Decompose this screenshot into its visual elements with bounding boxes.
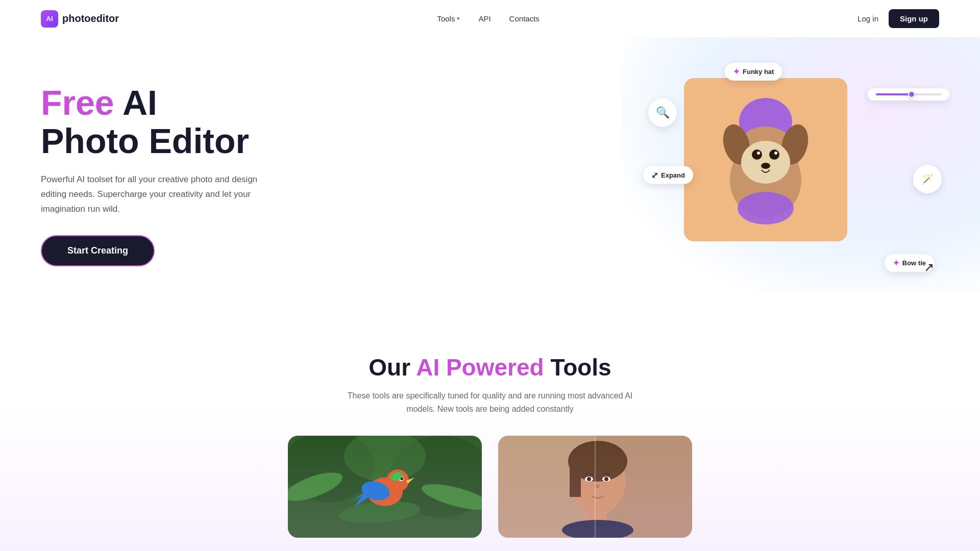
slider-fill (876, 93, 912, 95)
logo-text: photoeditor (62, 13, 119, 24)
tool-card-bird[interactable] (288, 436, 482, 538)
slider-widget[interactable] (868, 88, 949, 101)
portrait-card-illustration (498, 436, 692, 538)
tools-cards-container (41, 436, 939, 538)
svg-point-12 (738, 192, 794, 224)
nav-tools-link[interactable]: Tools ▾ (437, 14, 460, 23)
search-zoom-icon: 🔍 (656, 106, 670, 119)
svg-point-35 (587, 477, 591, 481)
hero-description: Powerful AI toolset for all your creativ… (41, 172, 276, 217)
hero-content: Free AI Photo Editor Powerful AI toolset… (41, 84, 276, 266)
bird-card-illustration (288, 436, 482, 538)
expand-chip: ⤢ Expand (643, 166, 693, 184)
magic-wand-icon: 🪄 (921, 173, 934, 185)
svg-rect-30 (570, 461, 581, 497)
hero-section: Free AI Photo Editor Powerful AI toolset… (0, 37, 980, 323)
funky-hat-chip: ✦ Funky hat (725, 63, 782, 81)
svg-point-10 (774, 152, 777, 155)
nav-api-link[interactable]: API (478, 14, 491, 23)
dropdown-arrow-icon: ▾ (457, 15, 460, 22)
cursor-icon: ↗ (924, 260, 934, 274)
tools-section: Our AI Powered Tools These tools are spe… (0, 323, 980, 551)
tools-section-title: Our AI Powered Tools (41, 354, 939, 381)
hero-illustration: ✦ Funky hat ⤢ Expand ✦ Bow tie 🔍 🪄 ↗ (653, 68, 939, 282)
navigation: AI photoeditor Tools ▾ API Contacts Log … (0, 0, 980, 37)
sparkle-icon-2: ✦ (893, 258, 899, 268)
svg-point-36 (604, 477, 608, 481)
nav-contacts-link[interactable]: Contacts (509, 14, 540, 23)
login-button[interactable]: Log in (857, 14, 878, 23)
nav-links: Tools ▾ API Contacts (437, 14, 539, 23)
dog-card (684, 78, 847, 241)
svg-point-11 (761, 163, 770, 169)
dog-illustration (684, 78, 847, 241)
svg-point-6 (741, 141, 790, 184)
slider-track (876, 93, 941, 95)
start-creating-button[interactable]: Start Creating (41, 235, 155, 266)
expand-arrows-icon: ⤢ (651, 170, 658, 180)
svg-point-9 (757, 152, 760, 155)
magic-circle-button[interactable]: 🪄 (913, 165, 942, 193)
logo-icon: AI (41, 10, 58, 28)
signup-button[interactable]: Sign up (889, 9, 939, 28)
slider-thumb (908, 91, 915, 98)
tools-section-description: These tools are specifically tuned for q… (342, 389, 638, 415)
search-circle-button[interactable]: 🔍 (648, 98, 677, 127)
sparkle-icon: ✦ (733, 67, 740, 77)
svg-point-8 (769, 149, 779, 160)
nav-tools-label: Tools (437, 14, 455, 23)
hero-title: Free AI Photo Editor (41, 84, 276, 160)
tool-card-portrait[interactable] (498, 436, 692, 538)
nav-actions: Log in Sign up (857, 9, 939, 28)
logo-link[interactable]: AI photoeditor (41, 10, 119, 28)
svg-point-7 (752, 149, 762, 160)
